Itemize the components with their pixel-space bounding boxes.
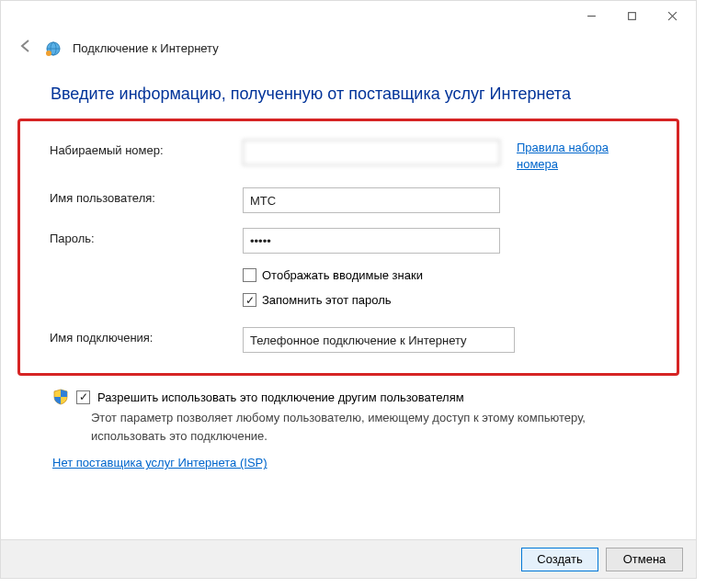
connection-name-label: Имя подключения:: [50, 327, 243, 345]
dial-number-label: Набираемый номер:: [50, 140, 243, 157]
back-arrow-icon[interactable]: [17, 38, 34, 59]
cancel-button[interactable]: Отмена: [606, 548, 683, 571]
shield-icon: [52, 389, 69, 405]
dialing-rules-link[interactable]: Правила набора номера: [517, 140, 645, 173]
svg-point-7: [46, 51, 51, 56]
show-characters-checkbox[interactable]: [243, 268, 256, 282]
allow-others-label: Разрешить использовать это подключение д…: [97, 390, 464, 404]
svg-rect-1: [628, 12, 635, 19]
allow-others-hint: Этот параметр позволяет любому пользоват…: [52, 409, 659, 445]
password-label: Пароль:: [50, 228, 243, 245]
below-frame-area: Разрешить использовать это подключение д…: [1, 383, 696, 469]
username-input[interactable]: [243, 187, 500, 213]
minimize-button[interactable]: [571, 3, 611, 28]
dialog-window: Подключение к Интернету Введите информац…: [0, 0, 697, 579]
password-input[interactable]: [243, 228, 500, 254]
header-title: Подключение к Интернету: [73, 41, 219, 55]
highlighted-form-area: Набираемый номер: Правила набора номера …: [17, 119, 679, 376]
show-characters-label: Отображать вводимые знаки: [262, 268, 423, 282]
create-button[interactable]: Создать: [521, 548, 598, 571]
allow-others-checkbox[interactable]: [76, 390, 90, 404]
footer: Создать Отмена: [1, 539, 696, 578]
header: Подключение к Интернету: [1, 30, 696, 70]
connection-name-input[interactable]: [243, 327, 515, 353]
dial-number-input[interactable]: [243, 140, 500, 165]
remember-password-label: Запомнить этот пароль: [262, 293, 392, 307]
globe-icon: [45, 40, 62, 57]
remember-password-checkbox[interactable]: [243, 293, 256, 307]
username-label: Имя пользователя:: [50, 187, 243, 205]
titlebar: [1, 1, 696, 30]
page-title: Введите информацию, полученную от постав…: [1, 70, 696, 119]
maximize-button[interactable]: [611, 3, 652, 28]
close-button[interactable]: [652, 3, 692, 28]
no-isp-link[interactable]: Нет поставщика услуг Интернета (ISP): [52, 456, 659, 469]
